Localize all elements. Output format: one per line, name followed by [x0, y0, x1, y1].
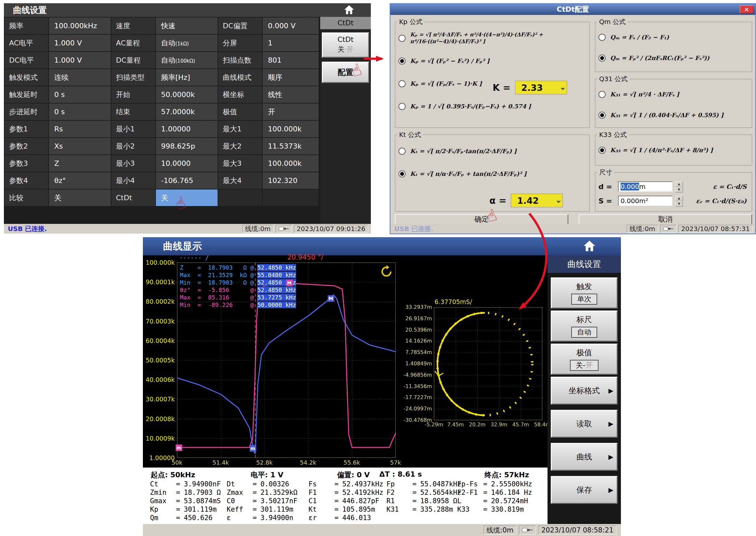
tick-label: 26.9167m: [401, 316, 432, 321]
sidebar-button-trigger[interactable]: 触发单次: [551, 278, 618, 309]
q31-formula-option[interactable]: K₃₁ = √[ π²/4 · ΔF/Fₛ ]: [597, 84, 750, 105]
setting-value[interactable]: 11.5373k: [263, 138, 319, 154]
spinner-down-icon: ▼: [675, 187, 683, 192]
tick-label: -11.3456m: [401, 384, 432, 389]
q31-formula-option[interactable]: K₃₁ = √[ 1 / (0.404·Fₛ/ΔF + 0.595) ]: [597, 105, 750, 125]
k33-radio-0[interactable]: [598, 147, 606, 154]
setting-value[interactable]: 801: [263, 52, 319, 68]
kt-radio-1[interactable]: [398, 170, 406, 178]
cancel-button[interactable]: 取消: [579, 214, 752, 224]
sidebar-button-extreme[interactable]: 极值关-开: [551, 344, 618, 375]
home-icon[interactable]: [343, 5, 355, 18]
setting-value[interactable]: 自动(1kΩ): [156, 35, 218, 51]
epsilon-r-formula: εᵣ = Cₜ·d/(S·ε₀): [696, 197, 748, 204]
sidebar-header-curve-settings[interactable]: 曲线设置: [548, 255, 621, 273]
d-spinner[interactable]: ▲▼: [675, 182, 683, 192]
kt-formula-option[interactable]: Kₜ = √[ π/α·Fₛ/Fₚ + tan(π/2·ΔF/Fₚ)² ]: [397, 163, 588, 185]
kt-group-label: Kt 公式: [397, 130, 423, 139]
kp-formula-option[interactable]: Kₚ = √[ (Fₚ² − Fₛ²) / Fₚ² ]: [397, 50, 588, 72]
setting-value[interactable]: 100.000k: [263, 121, 319, 137]
dropdown-arrow-icon[interactable]: [560, 88, 565, 92]
q31-radio-1[interactable]: [598, 112, 606, 119]
qm-formula-option[interactable]: Qₘ = Fₚ² / (2πFₛRCₜ(Fₚ² − Fₛ²)): [597, 48, 750, 68]
sidebar-button-coord-format[interactable]: 坐标格式▶: [551, 377, 618, 405]
setting-value[interactable]: 100.000kHz: [49, 17, 111, 34]
qm-formula-group: Qm 公式 Qₘ = Fₛ / (F₂ − F₁)Qₘ = Fₚ² / (2πF…: [595, 17, 752, 72]
setting-value[interactable]: 1.00000: [156, 121, 218, 137]
setting-value[interactable]: 连续: [49, 69, 111, 86]
result-item: Kt=105.895m: [308, 505, 386, 514]
sidebar-button-save[interactable]: 保存▶: [551, 476, 618, 504]
close-button[interactable]: ×: [740, 6, 753, 13]
setting-label: 速度: [111, 17, 155, 34]
result-item: C0=3.50217nF: [227, 497, 308, 505]
setting-value[interactable]: 线性: [263, 86, 319, 103]
q31-radio-0[interactable]: [598, 91, 606, 98]
setting-value[interactable]: 自动(100kΩ): [156, 52, 218, 68]
qm-group-label: Qm 公式: [597, 17, 628, 26]
qm-radio-1[interactable]: [598, 54, 606, 62]
setting-value[interactable]: 100.000k: [263, 155, 319, 172]
kp-radio-3[interactable]: [398, 103, 406, 110]
setting-value[interactable]: 频率[Hz]: [156, 69, 218, 86]
kp-formula-option[interactable]: Kₚ = √[ π²/4·ΔF/Fₛ + π²/4·((4−π²)/4)·(ΔF…: [397, 27, 588, 50]
k33-formula-option[interactable]: K₃₃ = √[ 1 / (4/π²·Fₛ/ΔF + 8/π²) ]: [597, 140, 750, 161]
kp-radio-0[interactable]: [398, 35, 406, 42]
settings-window-title: 曲线设置: [13, 5, 47, 15]
s-input[interactable]: 0.000m²: [618, 196, 672, 206]
q31-formula-group: Q31 公式 K₃₁ = √[ π²/4 · ΔF/Fₛ ]K₃₁ = √[ 1…: [595, 75, 752, 128]
setting-value[interactable]: 998.625p: [156, 138, 218, 154]
sidebar-button-read[interactable]: 读取▶: [551, 410, 618, 438]
alpha-input[interactable]: 1.42: [511, 194, 563, 207]
setting-value[interactable]: 开: [263, 104, 319, 120]
tick-label: 60.0004k: [144, 337, 175, 344]
qm-radio-0[interactable]: [598, 34, 606, 41]
sidebar-button-curve[interactable]: 曲线▶: [551, 443, 618, 471]
setting-value[interactable]: 0.000 V: [263, 17, 319, 34]
setting-value[interactable]: 1: [263, 35, 319, 51]
setting-value[interactable]: Xs: [49, 138, 111, 154]
setting-value[interactable]: [263, 189, 319, 206]
setting-value[interactable]: 顺序: [263, 69, 319, 86]
tick-label: 40.0006k: [144, 376, 175, 383]
ok-button[interactable]: 确定: [395, 214, 568, 224]
kp-formula-option[interactable]: Kₚ = 1 / √[ 0.395·Fₛ/(Fₚ−Fₛ) + 0.574 ]: [397, 95, 588, 118]
setting-value[interactable]: 57.0000k: [156, 104, 218, 120]
setting-value[interactable]: 1.000 V: [49, 52, 111, 68]
arrow-right-icon: ▶: [609, 387, 613, 394]
setting-value[interactable]: Rs: [49, 121, 111, 137]
ctdt-config-dialog: CtDt配置 × Kp 公式 Kₚ = √[ π²/4·ΔF/Fₛ + π²/4…: [390, 3, 756, 234]
refresh-icon[interactable]: [379, 264, 394, 280]
tick-label: -4.96856m: [401, 372, 432, 378]
setting-value[interactable]: 快速: [156, 17, 218, 34]
setting-value[interactable]: 0 s: [49, 104, 111, 120]
kp-radio-1[interactable]: [398, 57, 406, 65]
kt-radio-0[interactable]: [398, 148, 406, 155]
ctdt-tab[interactable]: CtDt: [320, 17, 371, 29]
s-spinner[interactable]: ▲▼: [675, 196, 683, 206]
home-icon[interactable]: [583, 240, 596, 253]
qm-formula-option[interactable]: Qₘ = Fₛ / (F₂ − F₁): [597, 27, 750, 48]
setting-value[interactable]: 0 s: [49, 86, 111, 103]
ctdt-off-value[interactable]: 关: [156, 189, 218, 206]
dropdown-arrow-icon[interactable]: [556, 201, 561, 205]
kt-formula-option[interactable]: Kₜ = √[ π/2·Fₛ/Fₚ·tan(π/2·ΔF/Fₚ) ]: [397, 140, 588, 163]
k-input[interactable]: 2.33: [515, 81, 567, 94]
setting-value[interactable]: -106.765: [156, 172, 218, 189]
setting-value[interactable]: Z: [49, 155, 111, 172]
sidebar-button-ruler[interactable]: 标尺自动: [551, 311, 618, 342]
usb-icon: [276, 225, 292, 233]
result-item: F1=52.4192kHz: [308, 488, 386, 497]
ctdt-toggle-button[interactable]: CtDt 关·开: [322, 32, 369, 58]
setting-value[interactable]: θz°: [49, 172, 111, 189]
setting-value[interactable]: 102.320: [263, 172, 319, 189]
d-input[interactable]: 0.000m: [618, 182, 672, 192]
setting-value[interactable]: 10.0000: [156, 155, 218, 172]
setting-value[interactable]: 1.000 V: [49, 35, 111, 51]
kp-radio-2[interactable]: [398, 80, 406, 87]
setting-value[interactable]: 50.0000k: [156, 86, 218, 103]
setting-label: 最大3: [218, 155, 262, 172]
display-status-bar: 线缆:0m 2023/10/07 08:58:21: [143, 524, 621, 536]
setting-value[interactable]: 关: [49, 189, 111, 206]
formula-text: Kₜ = √[ π/2·Fₛ/Fₚ·tan(π/2·ΔF/Fₚ) ]: [410, 147, 517, 155]
